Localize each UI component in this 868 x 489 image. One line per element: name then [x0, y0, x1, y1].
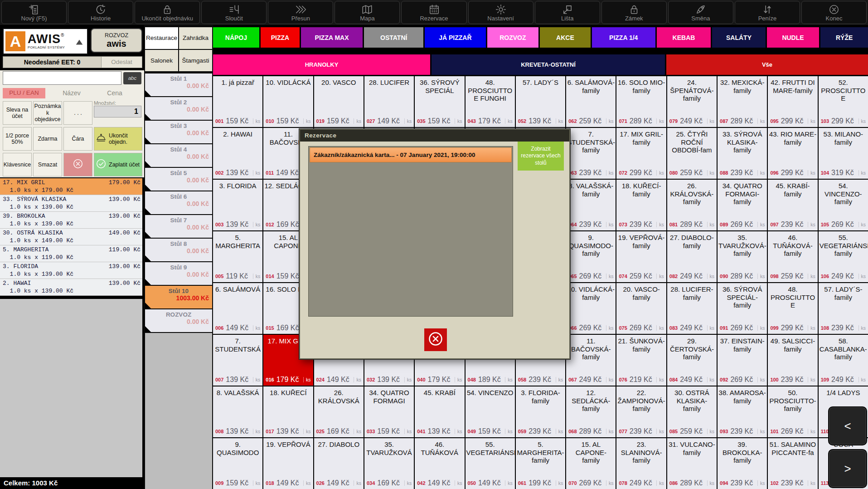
- toolbar-button-rezervace[interactable]: Rezervace: [401, 1, 466, 24]
- toolbar-button-historie[interactable]: Historie: [68, 1, 133, 24]
- toolbar-button-penize[interactable]: Peníze: [735, 1, 800, 24]
- subcategory-tab-kreveta-ostatni[interactable]: KREVETA-OSTATNÍ: [432, 54, 665, 75]
- plu-ean-toggle[interactable]: PLU / EAN: [3, 88, 45, 98]
- product-cell[interactable]: 6. SALÁMOVÁ-family 062 259 Kč ks: [566, 76, 616, 127]
- toolbar-button-lista[interactable]: Lišta: [535, 1, 600, 24]
- product-cell[interactable]: 51. SALAMINO PICCANTE-fa 102 239 Kč ks: [768, 438, 817, 489]
- table-row-stul-8[interactable]: Stůl 8 0.00 Kč: [145, 239, 212, 261]
- product-cell[interactable]: 46. TUŇÁKOVÁ 042 149 Kč ks: [415, 438, 464, 489]
- table-row-stul-10[interactable]: Stůl 10 1003.00 Kč: [145, 286, 212, 308]
- product-cell[interactable]: 52. PROSCIUTTO E 103 299 Kč ks: [819, 76, 868, 127]
- category-tab-ja-pizzar[interactable]: JÁ PIZZAŘ: [425, 27, 485, 48]
- product-cell[interactable]: 49. SALSICCI-family 100 239 Kč ks: [768, 335, 817, 386]
- product-cell[interactable]: 18. KUŘECÍ-family 073 239 Kč ks: [616, 180, 666, 230]
- product-cell[interactable]: 19. VEPŘOVÁ 018 149 Kč ks: [263, 438, 313, 489]
- product-cell[interactable]: 27. DIABOLO 026 149 Kč ks: [314, 438, 364, 489]
- page-prev-button[interactable]: <: [828, 406, 867, 445]
- order-item[interactable]: 17. MIX GRIL 1.0 ks x 179.00 Kč 179.00 K…: [0, 178, 142, 195]
- discount-button[interactable]: Sleva na účet: [3, 101, 32, 125]
- product-cell[interactable]: 29. ČERTOVSKÁ-family 084 249 Kč ks: [667, 335, 717, 386]
- table-row-stul-1[interactable]: Stůl 1 0.00 Kč: [145, 73, 212, 96]
- product-cell[interactable]: 38. AMAROSA-family 093 239 Kč ks: [718, 386, 767, 437]
- keyboard-button[interactable]: Klávesnice: [3, 153, 32, 176]
- product-cell[interactable]: 48. PROSCIUTTO E FUNGHI 043 179 Kč ks: [466, 76, 515, 127]
- category-tab-pizza-max[interactable]: PIZZA MAX: [301, 27, 363, 48]
- product-cell[interactable]: 33. SÝROVÁ KLASIKA-family 088 239 Kč ks: [718, 128, 767, 179]
- product-cell[interactable]: 20. VASCO-family 075 269 Kč ks: [616, 283, 666, 334]
- product-cell[interactable]: 35. TVARUŽKOVÁ-family 090 289 Kč ks: [718, 231, 767, 282]
- product-cell[interactable]: 3. FLORIDA-family 059 239 Kč ks: [516, 386, 565, 437]
- delete-button[interactable]: Smazat: [33, 153, 62, 176]
- page-next-button[interactable]: >: [828, 449, 867, 488]
- product-cell[interactable]: 39. BROKOLKA-family 094 239 Kč ks: [718, 438, 767, 489]
- product-cell[interactable]: 10. VIDLÁCKÁ 010 159 Kč ks: [263, 76, 313, 127]
- category-tab-ryze[interactable]: RÝŽE: [820, 27, 868, 48]
- product-cell[interactable]: 54. VINCENZO 049 159 Kč ks: [466, 386, 515, 437]
- product-cell[interactable]: 36. SÝROVÁ SPECIÁL-family 091 269 Kč ks: [718, 283, 767, 334]
- product-cell[interactable]: 42. FRUTTI DI MARE-family 095 299 Kč ks: [768, 76, 817, 127]
- product-cell[interactable]: 20. VASCO 019 159 Kč ks: [314, 76, 364, 127]
- toolbar-button-nastaveni[interactable]: Nastavení: [468, 1, 533, 24]
- toolbar-button-sloucit[interactable]: Sloučit: [201, 1, 267, 24]
- triangle-up-icon[interactable]: [74, 37, 84, 47]
- eet-send-button[interactable]: Odeslat: [101, 57, 142, 68]
- category-tab-ostatni[interactable]: OSTATNÍ: [364, 27, 423, 48]
- product-cell[interactable]: 5. MARGHERITA 005 119 Kč ks: [213, 231, 262, 282]
- product-cell[interactable]: 57. LADY´S-family 108 239 Kč ks: [819, 283, 868, 334]
- product-cell[interactable]: 48. PROSCIUTTO E 099 299 Kč ks: [768, 283, 817, 334]
- table-row-stul-2[interactable]: Stůl 2 0.00 Kč: [145, 97, 212, 120]
- quantity-input[interactable]: [94, 106, 141, 117]
- product-cell[interactable]: 57. LADY´S 052 139 Kč ks: [516, 76, 565, 127]
- product-cell[interactable]: 11. BAČOVSKÁ-family 067 249 Kč ks: [566, 335, 616, 386]
- toolbar-button-konec[interactable]: Konec: [801, 1, 867, 24]
- product-cell[interactable]: 12. SEDLÁCKÁ-family 068 289 Kč ks: [566, 386, 616, 437]
- free-button[interactable]: Zdarma: [33, 127, 62, 151]
- finish-order-button[interactable]: Ukončit objedn.: [94, 127, 142, 151]
- table-row-stul-9[interactable]: Stůl 9 0.00 Kč: [145, 262, 212, 285]
- table-row-stul-4[interactable]: Stůl 4 0.00 Kč: [145, 144, 212, 167]
- product-cell[interactable]: 55. VEGETARIÁNSKÁ-family 106 249 Kč ks: [819, 231, 868, 282]
- order-item[interactable]: 30. OSTRÁ KLASIKA 1.0 ks x 149.00 Kč 149…: [0, 229, 142, 245]
- product-cell[interactable]: 7. STUDENTSKÁ 007 139 Kč ks: [213, 335, 262, 386]
- table-row-stul-6[interactable]: Stůl 6 0.00 Kč: [145, 191, 212, 214]
- product-cell[interactable]: 16. SOLO MIO-family 071 289 Kč ks: [616, 76, 666, 127]
- table-row-stul-5[interactable]: Stůl 5 0.00 Kč: [145, 168, 212, 191]
- product-cell[interactable]: 19. VEPŘOVÁ-family 074 259 Kč ks: [616, 231, 666, 282]
- product-cell[interactable]: 2. HAWAI 002 139 Kč ks: [213, 128, 262, 179]
- product-cell[interactable]: 54. VINCENZO-family 105 269 Kč ks: [819, 180, 868, 230]
- product-cell[interactable]: 43. RIO MARE-family 096 299 Kč ks: [768, 128, 817, 179]
- toolbar-button-zamek[interactable]: Zámek: [601, 1, 667, 24]
- reservation-action-zobrazit-vsech[interactable]: Zobrazit rezervace všech stolů: [518, 142, 564, 171]
- room-tab-zahradka[interactable]: Zahrádka: [179, 27, 212, 49]
- product-cell[interactable]: 46. TUŇÁKOVÁ-family 098 259 Kč ks: [768, 231, 817, 282]
- product-cell[interactable]: 8. VALAŠSKÁ 008 139 Kč ks: [213, 386, 262, 437]
- room-tab-restaurace[interactable]: Restaurace: [145, 27, 178, 49]
- subcategory-tab-vse[interactable]: Vše: [666, 54, 868, 75]
- order-item[interactable]: 33. SÝROVÁ KLASIKA 1.0 ks x 139.00 Kč 13…: [0, 195, 142, 212]
- abc-keyboard-button[interactable]: abc: [123, 72, 141, 84]
- category-tab-nudle[interactable]: NUDLE: [767, 27, 820, 48]
- product-cell[interactable]: 55. VEGETARIÁNSKÁ 050 149 Kč ks: [466, 438, 515, 489]
- table-row-stul-3[interactable]: Stůl 3 0.00 Kč: [145, 121, 212, 143]
- product-cell[interactable]: 58. CASABLANKA-family 109 249 Kč ks: [819, 335, 868, 386]
- category-tab-kebab[interactable]: KEBAB: [657, 27, 711, 48]
- product-cell[interactable]: 1. já pizzař 001 159 Kč ks: [213, 76, 262, 127]
- void-button[interactable]: [63, 153, 92, 176]
- product-cell[interactable]: 35. TVARUŽKOVÁ 034 169 Kč ks: [364, 438, 414, 489]
- line-button[interactable]: Čára: [63, 127, 92, 151]
- mode-rozvoz-button[interactable]: ROZVOZ awis: [91, 28, 142, 53]
- order-item[interactable]: 39. BROKOLKA 1.0 ks x 139.00 Kč 139.00 K…: [0, 212, 142, 229]
- product-cell[interactable]: 37. EINSTAIN-family 092 269 Kč ks: [718, 335, 767, 386]
- product-cell[interactable]: 27. DIABOLO-family 082 249 Kč ks: [667, 231, 717, 282]
- category-tab-napoj[interactable]: NÁPOJ: [213, 27, 259, 48]
- subcategory-tab-hranolky[interactable]: HRANOLKY: [213, 54, 430, 75]
- product-cell[interactable]: 31. VULCANO-family 086 289 Kč ks: [667, 438, 717, 489]
- product-cell[interactable]: 7. STUDENTSKÁ-family 063 239 Kč ks: [566, 128, 616, 179]
- reservation-entry[interactable]: Zákazník/zákaznická karta... - 07 Januar…: [310, 147, 512, 162]
- product-cell[interactable]: 24. ŠPENÁTOVÁ-family 079 249 Kč ks: [667, 76, 717, 127]
- order-item[interactable]: 2. HAWAI 1.0 ks x 139.00 Kč 139.00 Kč: [0, 279, 142, 296]
- product-cell[interactable]: 53. MILANO-family 104 319 Kč ks: [819, 128, 868, 179]
- toolbar-button-mapa[interactable]: Mapa: [335, 1, 400, 24]
- product-cell[interactable]: 9. QUASIMODO-family 065 269 Kč ks: [566, 231, 616, 282]
- product-cell[interactable]: 10. VIDLÁCKÁ-family 066 269 Kč ks: [566, 283, 616, 334]
